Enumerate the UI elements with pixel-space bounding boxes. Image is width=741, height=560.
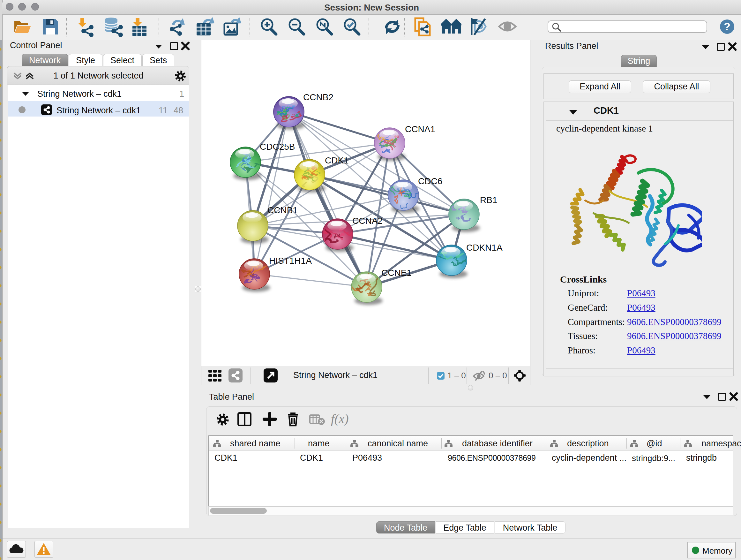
svg-text:CCNB1: CCNB1 xyxy=(267,205,298,215)
svg-text:CDK1: CDK1 xyxy=(325,155,349,165)
svg-text:CCNB2: CCNB2 xyxy=(303,92,333,102)
svg-text:HIST1H1A: HIST1H1A xyxy=(269,256,312,266)
svg-text:CDKN1A: CDKN1A xyxy=(466,243,502,253)
svg-text:RB1: RB1 xyxy=(480,195,497,205)
svg-text:CDC6: CDC6 xyxy=(418,176,442,186)
svg-text:CCNE1: CCNE1 xyxy=(381,268,412,278)
svg-text:CCNA2: CCNA2 xyxy=(352,216,383,226)
svg-text:CDC25B: CDC25B xyxy=(260,142,295,152)
svg-text:CCNA1: CCNA1 xyxy=(405,124,435,134)
